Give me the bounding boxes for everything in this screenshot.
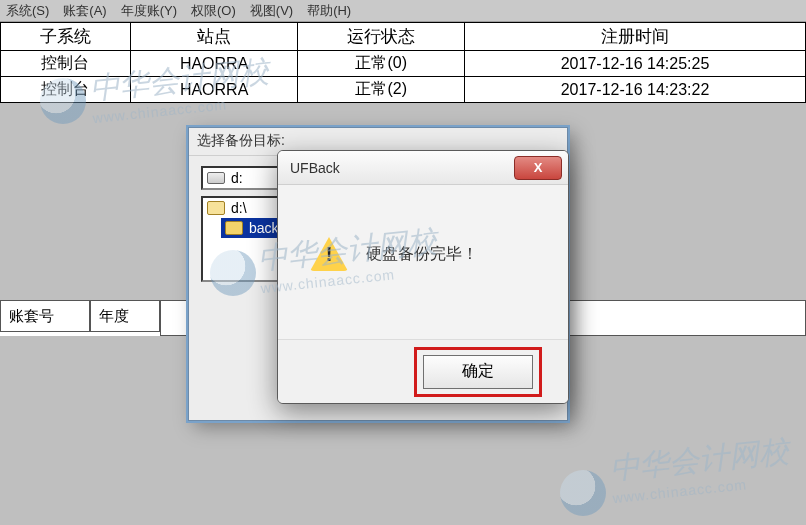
menu-help[interactable]: 帮助(H) xyxy=(307,2,351,20)
cell-regtime: 2017-12-16 14:25:25 xyxy=(465,51,806,77)
col-site: 站点 xyxy=(130,23,298,51)
table-row[interactable]: 控制台 HAORRA 正常(2) 2017-12-16 14:23:22 xyxy=(1,77,806,103)
folder-open-icon xyxy=(207,201,225,215)
cell-status: 正常(2) xyxy=(298,77,465,103)
col-subsystem: 子系统 xyxy=(1,23,131,51)
watermark-disc-icon xyxy=(560,470,606,516)
table-row[interactable]: 控制台 HAORRA 正常(0) 2017-12-16 14:25:25 xyxy=(1,51,806,77)
drive-icon xyxy=(207,172,225,184)
lower-acctno-header: 账套号 xyxy=(0,300,90,332)
cell-subsystem: 控制台 xyxy=(1,77,131,103)
msgbox-title: UFBack xyxy=(290,160,340,176)
msgbox-text: 硬盘备份完毕！ xyxy=(366,244,478,265)
lower-year-header: 年度 xyxy=(90,300,160,332)
ok-highlight: 确定 xyxy=(414,347,542,397)
cell-regtime: 2017-12-16 14:23:22 xyxy=(465,77,806,103)
cell-status: 正常(0) xyxy=(298,51,465,77)
menu-year[interactable]: 年度账(Y) xyxy=(121,2,177,20)
menu-view[interactable]: 视图(V) xyxy=(250,2,293,20)
menu-bar: 系统(S) 账套(A) 年度账(Y) 权限(O) 视图(V) 帮助(H) xyxy=(0,0,806,22)
watermark: 中华会计网校www.chinaacc.com xyxy=(608,431,793,507)
menu-account[interactable]: 账套(A) xyxy=(63,2,106,20)
drive-combo-value: d: xyxy=(231,170,243,186)
cell-subsystem: 控制台 xyxy=(1,51,131,77)
menu-system[interactable]: 系统(S) xyxy=(6,2,49,20)
tree-root-label: d:\ xyxy=(231,200,247,216)
ufback-message-box: UFBack X 硬盘备份完毕！ 确定 xyxy=(277,150,569,404)
warning-icon xyxy=(310,237,348,271)
msgbox-titlebar: UFBack X xyxy=(278,151,568,185)
cell-site: HAORRA xyxy=(130,77,298,103)
menu-perm[interactable]: 权限(O) xyxy=(191,2,236,20)
ok-button[interactable]: 确定 xyxy=(423,355,533,389)
cell-site: HAORRA xyxy=(130,51,298,77)
close-button[interactable]: X xyxy=(514,156,562,180)
col-status: 运行状态 xyxy=(298,23,465,51)
close-icon: X xyxy=(534,160,543,175)
status-table: 子系统 站点 运行状态 注册时间 控制台 HAORRA 正常(0) 2017-1… xyxy=(0,22,806,103)
col-regtime: 注册时间 xyxy=(465,23,806,51)
folder-open-icon xyxy=(225,221,243,235)
